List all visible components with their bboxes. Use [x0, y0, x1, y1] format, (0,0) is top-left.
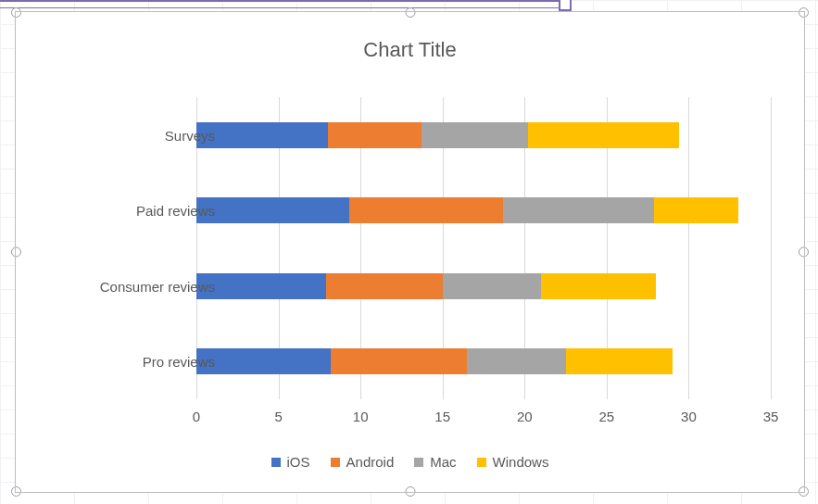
legend-label: Windows: [493, 454, 549, 470]
legend-label: iOS: [287, 454, 310, 470]
bar-segment-windows[interactable]: [654, 197, 737, 223]
legend-swatch: [271, 458, 281, 467]
x-axis-tick-label: 15: [434, 409, 450, 424]
bar-segment-android[interactable]: [331, 348, 467, 374]
bar-segment-windows[interactable]: [528, 122, 679, 148]
gridline: [771, 97, 772, 399]
bar-segment-windows[interactable]: [541, 273, 656, 299]
bar-segment-android[interactable]: [328, 122, 422, 148]
legend-swatch: [331, 458, 340, 467]
worksheet-viewport: Chart Title iOSAndroidMacWindows 0510152…: [0, 0, 818, 504]
resize-handle-bottom-right[interactable]: [799, 486, 809, 497]
bar-segment-mac[interactable]: [467, 348, 565, 374]
chart-title[interactable]: Chart Title: [16, 38, 804, 62]
legend-label: Mac: [430, 454, 456, 470]
bar-segment-mac[interactable]: [443, 273, 541, 299]
chart-legend[interactable]: iOSAndroidMacWindows: [16, 454, 804, 470]
resize-handle-top-left[interactable]: [11, 7, 21, 18]
legend-item-android[interactable]: Android: [331, 454, 395, 470]
x-axis-tick-label: 5: [274, 409, 282, 424]
legend-swatch: [477, 458, 486, 467]
legend-label: Android: [346, 454, 395, 470]
resize-handle-bottom-left[interactable]: [11, 486, 21, 497]
resize-handle-top-right[interactable]: [799, 7, 809, 18]
resize-handle-top-mid[interactable]: [405, 7, 415, 18]
bar-segment-android[interactable]: [349, 197, 504, 223]
resize-handle-mid-right[interactable]: [799, 247, 809, 258]
bar-segment-mac[interactable]: [422, 122, 528, 148]
y-axis-category-label: Paid reviews: [57, 203, 215, 219]
legend-item-mac[interactable]: Mac: [414, 454, 456, 470]
legend-item-ios[interactable]: iOS: [271, 454, 310, 470]
resize-handle-mid-left[interactable]: [11, 247, 21, 258]
y-axis-category-label: Pro reviews: [57, 354, 215, 370]
legend-swatch: [414, 458, 423, 467]
bar-segment-ios[interactable]: [196, 273, 326, 299]
bar-segment-android[interactable]: [326, 273, 443, 299]
cell-selection-handle[interactable]: [559, 0, 572, 11]
bar-segment-mac[interactable]: [503, 197, 654, 223]
x-axis-tick-label: 30: [681, 409, 697, 424]
y-axis-category-label: Surveys: [57, 127, 215, 143]
plot-area[interactable]: [196, 97, 771, 399]
x-axis-tick-label: 35: [763, 409, 779, 424]
gridline: [688, 97, 689, 399]
x-axis-tick-label: 0: [193, 409, 200, 424]
legend-item-windows[interactable]: Windows: [477, 454, 549, 470]
bar-segment-ios[interactable]: [196, 348, 331, 374]
y-axis-category-label: Consumer reviews: [57, 278, 215, 294]
bar-segment-ios[interactable]: [196, 122, 328, 148]
x-axis-tick-label: 20: [517, 409, 533, 424]
bar-segment-windows[interactable]: [566, 348, 673, 374]
cell-selection-border: [0, 0, 568, 8]
x-axis-tick-label: 10: [353, 409, 369, 424]
bar-segment-ios[interactable]: [196, 197, 349, 223]
embedded-chart-object[interactable]: Chart Title iOSAndroidMacWindows 0510152…: [15, 11, 805, 493]
resize-handle-bottom-mid[interactable]: [405, 486, 415, 497]
x-axis-tick-label: 25: [599, 409, 615, 424]
